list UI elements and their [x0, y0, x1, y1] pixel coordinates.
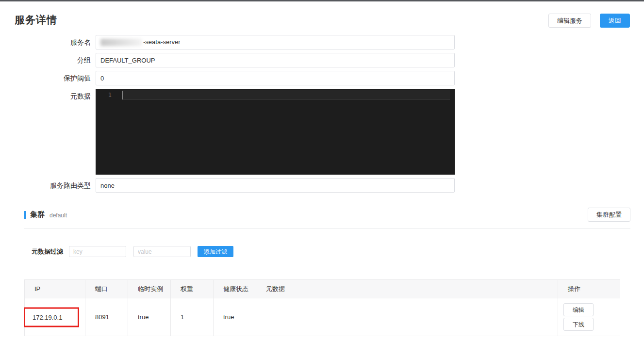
service-detail-form: 服务名 -seata-server 分组 保护阈值 元数据 1 — [15, 35, 630, 193]
operations-cell: 编辑 下线 — [558, 298, 620, 336]
add-filter-button[interactable]: 添加过滤 — [198, 246, 233, 257]
red-annotation-box: 172.19.0.1 — [24, 307, 79, 327]
filter-value-input[interactable] — [133, 246, 191, 257]
editor-cursor — [122, 91, 123, 99]
cluster-name-text: default — [50, 212, 67, 219]
table-header-row: IP 端口 临时实例 权重 健康状态 元数据 操作 — [25, 280, 620, 298]
service-name-label: 服务名 — [15, 35, 96, 49]
editor-current-line-highlight — [122, 90, 450, 100]
service-name-value: -seata-server — [143, 35, 181, 49]
editor-line-number: 1 — [96, 91, 122, 100]
edit-service-button[interactable]: 编辑服务 — [548, 14, 591, 28]
protect-threshold-row: 保护阈值 — [15, 71, 630, 85]
column-header-ip: IP — [25, 280, 85, 298]
column-header-metadata: 元数据 — [256, 280, 558, 298]
group-input[interactable] — [96, 53, 455, 67]
section-accent-bar — [24, 211, 26, 219]
service-name-row: 服务名 -seata-server — [15, 35, 630, 49]
instance-healthy: true — [214, 298, 256, 336]
cluster-config-button[interactable]: 集群配置 — [588, 208, 630, 222]
editor-gutter: 1 — [96, 89, 122, 175]
instance-metadata — [256, 298, 558, 336]
instance-ephemeral: true — [128, 298, 171, 336]
instances-table-container: IP 端口 临时实例 权重 健康状态 元数据 操作 172.19.0.1 — [24, 279, 630, 336]
cluster-section: 集群 default 集群配置 元数据过滤 添加过滤 IP — [24, 208, 630, 336]
top-edge-divider — [0, 0, 644, 1]
table-row: 172.19.0.1 8091 true 1 true 编辑 下线 — [25, 298, 620, 336]
column-header-ephemeral: 临时实例 — [128, 280, 171, 298]
operations-buttons: 编辑 下线 — [558, 303, 620, 331]
filter-key-input[interactable] — [69, 246, 126, 257]
service-detail-page: 服务详情 编辑服务 返回 服务名 -seata-server 分组 保护阈值 元… — [0, 13, 644, 336]
group-row: 分组 — [15, 53, 630, 67]
column-header-operations: 操作 — [558, 280, 620, 298]
instances-table: IP 端口 临时实例 权重 健康状态 元数据 操作 172.19.0.1 — [24, 279, 620, 336]
cluster-section-title: 集群 — [30, 210, 45, 219]
back-button[interactable]: 返回 — [600, 14, 630, 28]
route-type-input[interactable] — [96, 178, 455, 193]
service-name-field[interactable]: -seata-server — [96, 35, 455, 49]
instance-offline-button[interactable]: 下线 — [563, 318, 594, 331]
instance-ip: 172.19.0.1 — [33, 313, 62, 321]
protect-threshold-input[interactable] — [96, 71, 455, 85]
instance-weight: 1 — [171, 298, 214, 336]
redacted-service-name-prefix — [100, 39, 142, 46]
metadata-filter-label: 元数据过滤 — [32, 247, 63, 256]
instance-port: 8091 — [85, 298, 128, 336]
ip-cell: 172.19.0.1 — [25, 298, 85, 336]
metadata-label: 元数据 — [15, 89, 96, 103]
cluster-title-group: 集群 default — [24, 210, 67, 219]
group-label: 分组 — [15, 53, 96, 67]
instance-edit-button[interactable]: 编辑 — [563, 303, 594, 316]
column-header-healthy: 健康状态 — [214, 280, 256, 298]
route-type-label: 服务路由类型 — [15, 178, 96, 193]
page-header: 服务详情 编辑服务 返回 — [15, 13, 630, 28]
protect-threshold-label: 保护阈值 — [15, 71, 96, 85]
page-title: 服务详情 — [15, 13, 57, 27]
column-header-weight: 权重 — [171, 280, 214, 298]
metadata-filter-row: 元数据过滤 添加过滤 — [32, 246, 630, 257]
metadata-code-editor[interactable]: 1 — [96, 89, 455, 175]
section-divider — [24, 228, 630, 228]
route-type-row: 服务路由类型 — [15, 178, 630, 193]
metadata-row: 元数据 1 — [15, 89, 630, 175]
cluster-section-header: 集群 default 集群配置 — [24, 208, 630, 222]
header-actions: 编辑服务 返回 — [548, 14, 630, 28]
column-header-port: 端口 — [85, 280, 128, 298]
